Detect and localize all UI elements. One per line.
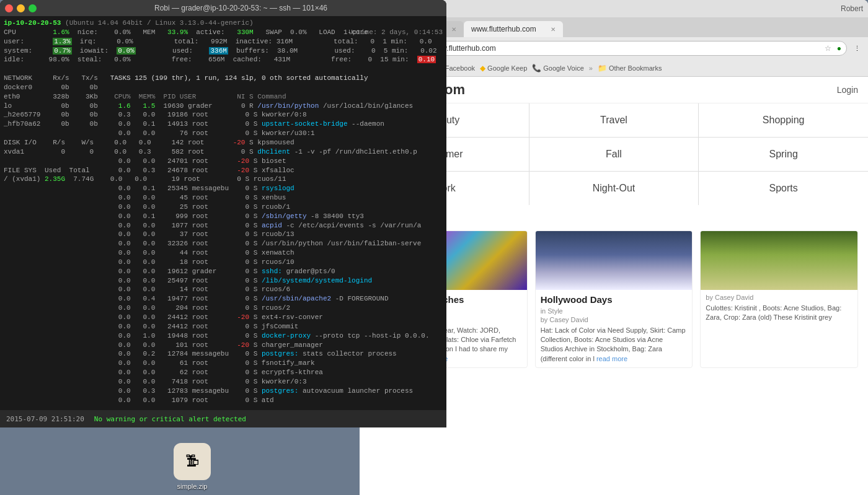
term-proc-ext4: 0.0 0.0 24412 root -20 S ext4-rsv-conver	[4, 313, 443, 322]
login-button[interactable]: Login	[837, 85, 858, 95]
term-network-header: NETWORK Rx/s Tx/s TASKS 125 (199 thr), 1…	[4, 74, 443, 83]
card-hollywood-category: in Style	[541, 307, 688, 315]
term-proc-sshd: 0.0 0.0 19612 grader 0 S sshd: grader@pt…	[4, 267, 443, 276]
term-proc-systemd-logind: 0.0 0.0 25497 root 0 S /lib/systemd/syst…	[4, 276, 443, 286]
card-hollywood-title: Hollywood Days	[541, 294, 688, 306]
term-spacer1	[4, 64, 443, 74]
keep-icon: ◆	[480, 64, 485, 72]
term-proc-acpid: 0.0 0.0 1077 root 0 S acpid -c /etc/acpi…	[4, 221, 443, 230]
card-hollywood-author: by Casey David	[541, 316, 688, 323]
term-proc-xenwatch: 0.0 0.0 44 root 0 S xenwatch	[4, 248, 443, 258]
term-cpu-line3: system: 0.7% iowait: 0.0% used: 336M buf…	[4, 46, 443, 56]
category-fall[interactable]: Fall	[529, 138, 699, 171]
terminal-body[interactable]: ip-10-20-20-53 (Ubuntu 14.04 64bit / Lin…	[0, 16, 446, 427]
category-travel[interactable]: Travel	[529, 103, 699, 137]
term-filesys-header: FILE SYS Used Total 0.0 0.3 24678 root -…	[4, 166, 443, 175]
term-proc-getty: 0.0 0.1 999 root 0 S /sbin/getty -8 3840…	[4, 212, 443, 221]
term-filesys-xvda1: / (xvda1) 2.35G 7.74G 0.0 0.0 19 root 0 …	[4, 175, 443, 184]
term-diskio-header: DISK I/O R/s W/s 0.0 0.0 142 root -20 S …	[4, 138, 443, 147]
card-hollywood-desc: Hat: Lack of Color via Need Supply, Skir…	[541, 326, 688, 364]
voice-icon: 📞	[532, 64, 541, 72]
card-third-author: by Casey David	[706, 294, 852, 301]
address-bar[interactable]: 🔒 www.flutterhub.com ☆ ●	[413, 41, 847, 56]
card-hollywood-body: Hollywood Days in Style by Casey David H…	[536, 290, 693, 367]
card-hollywood-readmore[interactable]: read more	[596, 355, 627, 362]
folder-icon: 📁	[598, 64, 607, 72]
term-proc-rcuos10: 0.0 0.0 18 root 0 S rcuos/10	[4, 258, 443, 267]
term-proc-postgres2: 0.0 0.3 12783 messagebu 0 S postgres: au…	[4, 387, 443, 396]
card-third: by Casey David Culottes: Kristinit , Boo…	[700, 230, 858, 368]
status-circle-icon: ●	[837, 44, 841, 53]
term-proc-rcuos6: 0.0 0.0 14 root 0 S rcuos/6	[4, 285, 443, 294]
desktop-dock: 🗜 simple.zip	[0, 427, 360, 495]
card-third-desc: Culottes: Kristinit , Boots: Acne Studio…	[706, 304, 852, 323]
minimize-button[interactable]	[17, 4, 25, 12]
close-button[interactable]	[5, 4, 13, 12]
term-proc-rcuob13: 0.0 0.0 37 root 0 S rcuob/13	[4, 230, 443, 239]
card-third-body: by Casey David Culottes: Kristinit , Boo…	[701, 290, 857, 326]
category-spring[interactable]: Spring	[699, 138, 868, 171]
term-proc-jfscommit: 0.0 0.0 24412 root 0 S jfsCommit	[4, 322, 443, 331]
maximize-button[interactable]	[29, 4, 37, 12]
terminal-window[interactable]: Robi — grader@ip-10-20-20-53: ~ — ssh — …	[0, 0, 446, 427]
term-hostname: ip-10-20-20-53	[4, 19, 61, 27]
term-proc-rsyslogd: 0.0 0.1 25345 messagebu 0 S rsyslogd	[4, 184, 443, 193]
tab-flutterhub-close[interactable]: ✕	[551, 26, 556, 33]
term-proc-glances: lo 0b 0b 1.6 1.5 19630 grader 0 R /usr/b…	[4, 102, 443, 111]
term-proc-atd: 0.0 0.0 1079 root 0 S atd	[4, 396, 443, 405]
term-proc-charger: 0.0 0.0 101 root -20 S charger_manager	[4, 341, 443, 350]
card-third-image	[701, 231, 857, 290]
bookmark-keep[interactable]: ◆ Google Keep	[480, 64, 527, 72]
term-proc-kworker2: 0.0 0.0 76 root 0 S kworker/u30:1	[4, 129, 443, 138]
tab-hub-close[interactable]: ✕	[451, 26, 456, 33]
category-shopping[interactable]: Shopping	[699, 103, 868, 137]
dock-zip-label: simple.zip	[177, 483, 208, 490]
bookmark-star-icon[interactable]: ☆	[825, 44, 831, 53]
zip-icon[interactable]: 🗜	[174, 443, 211, 480]
terminal-time: 2015-07-09 21:51:20	[6, 415, 84, 423]
term-proc-ecryptfs: 0.0 0.0 62 root 0 S ecryptfs-kthrea	[4, 368, 443, 377]
term-proc-bioset: 0.0 0.0 24701 root -20 S bioset	[4, 157, 443, 166]
terminal-status-msg: No warning or critical alert detected	[94, 415, 246, 423]
term-cpu-line4: idle: 98.0% steal: 0.0% free: 656M cache…	[4, 55, 443, 64]
term-proc-kworker1: _h2e65779 0b 0b 0.3 0.0 19186 root 0 S k…	[4, 110, 443, 120]
card-hollywood-image	[536, 231, 693, 290]
term-proc-kworker3: 0.0 0.0 7418 root 0 S kworker/0:3	[4, 377, 443, 387]
term-proc-rcuob1: 0.0 0.0 25 root 0 S rcuob/1	[4, 203, 443, 212]
bookmark-other[interactable]: 📁 Other Bookmarks	[598, 64, 662, 72]
term-proc-fail2ban: 0.0 0.0 32326 root 0 S /usr/bin/python /…	[4, 239, 443, 248]
term-hostname-line: ip-10-20-20-53 (Ubuntu 14.04 64bit / Lin…	[4, 19, 443, 28]
card-hollywood: Hollywood Days in Style by Casey David H…	[535, 230, 693, 368]
extensions-button[interactable]: ⋮	[851, 42, 863, 55]
term-proc-dhclient: xvda1 0 0 0.0 0.3 582 root 0 S dhclient …	[4, 147, 443, 157]
terminal-title: Robi — grader@ip-10-20-20-53: ~ — ssh — …	[40, 4, 441, 12]
term-proc-apache2: 0.0 0.4 19477 root 0 S /usr/sbin/apache2…	[4, 294, 443, 304]
category-nightout[interactable]: Night-Out	[529, 172, 699, 205]
term-proc-upstart: _hfb70a62 0b 0b 0.0 0.1 14913 root 0 S u…	[4, 120, 443, 129]
term-cpu-line2: user: 1.3% irq: 0.0% total: 992M inactiv…	[4, 37, 443, 46]
bookmark-voice[interactable]: 📞 Google Voice	[532, 64, 583, 72]
tab-flutterhub-label: www.flutterhub.com	[471, 25, 536, 33]
term-proc-postgres1: 0.0 0.2 12784 messagebu 0 S postgres: st…	[4, 349, 443, 359]
category-sports[interactable]: Sports	[699, 172, 868, 205]
tab-flutterhub[interactable]: www.flutterhub.com ✕	[464, 21, 563, 37]
term-proc-docker-proxy: 0.0 1.0 19448 root 0 S docker-proxy --pr…	[4, 331, 443, 341]
dock-item-zip[interactable]: 🗜 simple.zip	[174, 443, 211, 490]
term-proc-xenbus: 0.0 0.0 45 root 0 S xenbus	[4, 193, 443, 203]
bookmarks-more[interactable]: »	[589, 64, 593, 72]
browser-user: Robert	[841, 4, 863, 13]
term-network-docker: docker0 0b 0b	[4, 83, 443, 92]
terminal-titlebar: Robi — grader@ip-10-20-20-53: ~ — ssh — …	[0, 0, 446, 16]
term-proc-fsnotify: 0.0 0.0 61 root 0 S fsnotify_mark	[4, 359, 443, 368]
term-network-eth0: eth0 328b 3Kb CPU% MEM% PID USER NI S Co…	[4, 92, 443, 102]
term-proc-rcuos2: 0.0 0.0 204 root 0 S rcuos/2	[4, 304, 443, 313]
terminal-statusbar: 2015-07-09 21:51:20 No warning or critic…	[0, 410, 446, 427]
